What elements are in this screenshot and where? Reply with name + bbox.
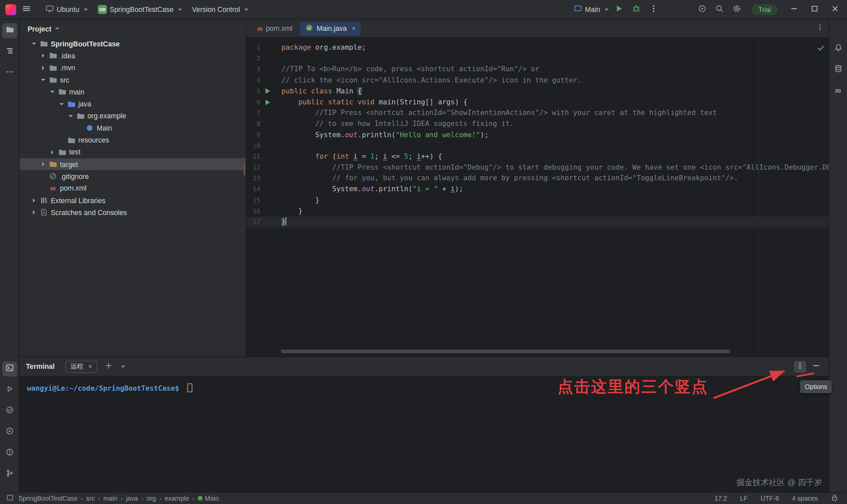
run-toolwindow-button[interactable] [2, 382, 17, 398]
services-toolwindow-button[interactable] [2, 425, 17, 440]
minimize-button[interactable] [786, 2, 803, 17]
terminal-tab-remote[interactable]: 远程 × [66, 361, 97, 373]
file-encoding[interactable]: UTF-8 [760, 494, 779, 502]
breadcrumb-org[interactable]: org [146, 494, 156, 502]
new-terminal-button[interactable] [102, 360, 115, 374]
chevron-down-icon[interactable] [58, 101, 65, 108]
tree-item--mvn[interactable]: .mvn [20, 62, 246, 74]
tree-item--gitignore[interactable]: .gitignore [20, 170, 246, 182]
code-line-17[interactable]: 17} [246, 217, 828, 228]
code-line-15[interactable]: 15 } [246, 195, 828, 206]
code-editor[interactable]: 1package org.example;23//TIP To <b>Run</… [246, 38, 828, 357]
vcs-selector[interactable]: Version Control [192, 5, 249, 13]
terminal-toolwindow-button[interactable] [2, 361, 17, 377]
maximize-button[interactable] [806, 2, 823, 17]
caret-position[interactable]: 17:2 [715, 494, 727, 502]
target-selector[interactable]: Ubuntu [46, 4, 88, 15]
tree-item-java[interactable]: java [20, 98, 246, 110]
terminal-type-dropdown[interactable] [116, 360, 130, 374]
code-line-1[interactable]: 1package org.example; [246, 42, 828, 53]
code-line-16[interactable]: 16 } [246, 206, 828, 217]
code-line-6[interactable]: 6 public static void main(String[] args)… [246, 97, 828, 108]
code-line-5[interactable]: 5public class Main { [246, 86, 828, 97]
tree-item-resources[interactable]: resources [20, 134, 246, 146]
project-panel-header[interactable]: Project [20, 20, 246, 38]
tree-item-main[interactable]: Main [20, 122, 246, 134]
chevron-right-icon[interactable] [39, 52, 47, 60]
project-selector[interactable]: SB SpringBootTestCase [98, 5, 182, 14]
ai-assistant-button[interactable] [695, 2, 709, 16]
maven-toolwindow-button[interactable]: m [830, 83, 846, 98]
tree-item--idea[interactable]: .idea [20, 50, 246, 61]
tree-item-external-libraries[interactable]: External Libraries [20, 195, 246, 206]
todo-toolwindow-button[interactable] [2, 403, 17, 419]
tree-item-test[interactable]: test [20, 146, 246, 158]
tab-main-java[interactable]: Main.java × [300, 21, 361, 35]
run-line-icon[interactable] [260, 86, 272, 97]
debug-button[interactable] [629, 2, 643, 16]
lock-icon[interactable] [831, 494, 839, 503]
code-line-7[interactable]: 7 //TIP Press <shortcut actionId="ShowIn… [246, 108, 828, 119]
tab-pom-xml[interactable]: m pom.xml [252, 21, 298, 35]
tree-item-scratches-and-consoles[interactable]: Scratches and Consoles [20, 206, 246, 218]
code-line-12[interactable]: 12 //TIP Press <shortcut actionId="Debug… [246, 162, 828, 173]
tree-item-main[interactable]: main [20, 86, 246, 98]
chevron-right-icon[interactable] [30, 197, 38, 204]
code-line-4[interactable]: 4// click the <icon src="AllIcons.Action… [246, 75, 828, 86]
chevron-right-icon[interactable] [30, 209, 38, 216]
code-line-9[interactable]: 9 System.out.println("Hello and welcome!… [246, 129, 828, 140]
breadcrumb-example[interactable]: example [165, 494, 189, 502]
code-line-3[interactable]: 3//TIP To <b>Run</b> code, press <shortc… [246, 64, 828, 75]
code-line-11[interactable]: 11 for (int i = 1; i <= 5; i++) { [246, 151, 828, 162]
indent-setting[interactable]: 4 spaces [792, 494, 818, 502]
code-line-8[interactable]: 8 // to see how IntelliJ IDEA suggests f… [246, 119, 828, 129]
search-everywhere-button[interactable] [713, 2, 726, 16]
more-toolwindows-button[interactable] [2, 65, 17, 80]
tree-item-src[interactable]: src [20, 74, 246, 86]
chevron-down-icon[interactable] [30, 40, 38, 48]
chevron-down-icon[interactable] [49, 88, 56, 96]
code-line-14[interactable]: 14 System.out.println("i = " + i); [246, 184, 828, 195]
problems-toolwindow-button[interactable] [2, 446, 17, 461]
code-line-2[interactable]: 2 [246, 53, 828, 64]
terminal-panel-title[interactable]: Terminal [26, 362, 55, 371]
line-separator[interactable]: LF [740, 494, 747, 502]
breadcrumb-src[interactable]: src [86, 494, 95, 502]
terminal-output[interactable]: wangyi@Le:~/code/SpringBootTestCase$ [20, 376, 829, 399]
breadcrumb-main[interactable]: main [103, 494, 117, 502]
close-terminal-tab-icon[interactable]: × [88, 362, 92, 371]
breadcrumb-java[interactable]: java [126, 494, 138, 502]
horizontal-scrollbar[interactable] [281, 349, 731, 353]
chevron-right-icon[interactable] [49, 148, 56, 156]
trial-badge[interactable]: Trial [752, 4, 778, 15]
hide-terminal-button[interactable] [810, 361, 822, 373]
notifications-button[interactable] [830, 41, 846, 56]
tree-item-target[interactable]: target [20, 158, 246, 170]
main-menu-button[interactable] [20, 2, 34, 16]
close-button[interactable] [827, 2, 844, 17]
chevron-down-icon[interactable] [39, 76, 47, 84]
breadcrumb-springboottestcase[interactable]: SpringBootTestCase [18, 494, 77, 502]
chevron-right-icon[interactable] [39, 160, 47, 168]
run-line-icon[interactable] [260, 97, 272, 108]
code-line-10[interactable]: 10 [246, 140, 828, 151]
terminal-options-button[interactable] [794, 361, 806, 373]
settings-button[interactable] [730, 2, 744, 16]
tree-item-pom-xml[interactable]: mpom.xml [20, 182, 246, 194]
structure-toolwindow-button[interactable] [2, 44, 17, 60]
inspections-passed-icon[interactable] [817, 44, 826, 54]
chevron-down-icon[interactable] [67, 112, 75, 120]
code-line-13[interactable]: 13 // for you, but you can always add mo… [246, 173, 828, 184]
run-config-selector[interactable]: Main [574, 4, 609, 15]
run-button[interactable] [612, 2, 626, 16]
version-control-toolwindow-button[interactable] [2, 467, 17, 482]
tree-item-springboottestcase[interactable]: SpringBootTestCase [20, 38, 246, 50]
breadcrumb-main[interactable]: Main [198, 494, 219, 502]
database-toolwindow-button[interactable] [830, 62, 846, 77]
tree-item-org-example[interactable]: org.example [20, 110, 246, 122]
close-tab-icon[interactable]: × [352, 24, 356, 32]
chevron-right-icon[interactable] [39, 64, 47, 72]
tab-options-button[interactable] [815, 23, 824, 34]
project-toolwindow-button[interactable] [2, 23, 17, 38]
more-actions-button[interactable] [647, 2, 661, 16]
